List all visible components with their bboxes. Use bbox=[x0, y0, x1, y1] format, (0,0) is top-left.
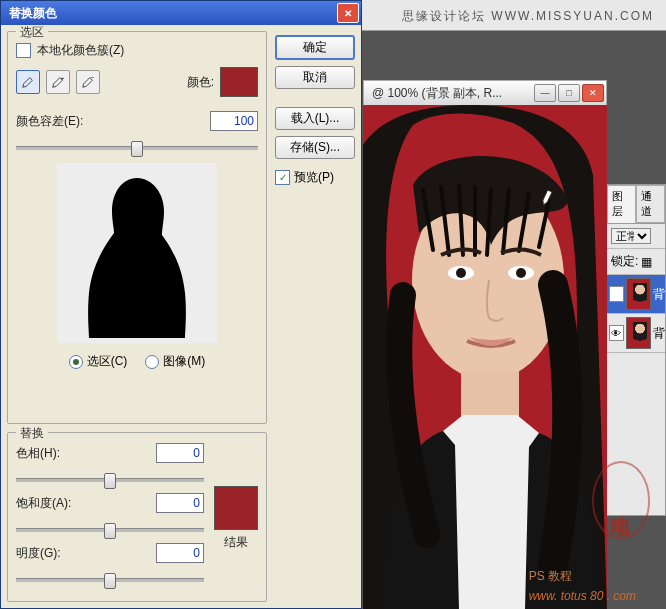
eyedropper-add-icon[interactable]: + bbox=[46, 70, 70, 94]
localized-clusters-label: 本地化颜色簇(Z) bbox=[37, 42, 124, 59]
watermark-top: 思缘设计论坛 WWW.MISSYUAN.COM bbox=[402, 8, 654, 25]
document-window: @ 100% (背景 副本, R... — □ ✕ bbox=[363, 80, 607, 609]
selection-legend: 选区 bbox=[16, 25, 48, 41]
result-label: 结果 bbox=[224, 534, 248, 551]
sample-color-swatch[interactable] bbox=[220, 67, 258, 97]
minimize-icon[interactable]: — bbox=[534, 84, 556, 102]
mask-silhouette-icon bbox=[77, 173, 197, 338]
saturation-label: 饱和度(A): bbox=[16, 495, 71, 512]
image-radio[interactable] bbox=[145, 355, 159, 369]
layer-name: 背 bbox=[653, 325, 665, 342]
dialog-titlebar[interactable]: 替换颜色 ✕ bbox=[1, 1, 361, 25]
replace-color-dialog: 替换颜色 ✕ 选区 本地化颜色簇(Z) + bbox=[0, 0, 362, 609]
color-label: 颜色: bbox=[187, 74, 214, 91]
document-titlebar[interactable]: @ 100% (背景 副本, R... — □ ✕ bbox=[363, 80, 607, 106]
visibility-icon[interactable]: 👁 bbox=[609, 286, 624, 302]
photo-content bbox=[363, 105, 607, 609]
close-icon[interactable]: ✕ bbox=[582, 84, 604, 102]
svg-point-8 bbox=[516, 268, 526, 278]
hue-slider[interactable] bbox=[16, 471, 204, 489]
lightness-input[interactable] bbox=[156, 543, 204, 563]
eyedropper-icon[interactable] bbox=[16, 70, 40, 94]
maximize-icon[interactable]: □ bbox=[558, 84, 580, 102]
preview-label: 预览(P) bbox=[294, 169, 334, 186]
lightness-slider[interactable] bbox=[16, 571, 204, 589]
replace-group: 替换 色相(H): 饱和度(A): bbox=[7, 432, 267, 602]
fuzziness-input[interactable] bbox=[210, 111, 258, 131]
visibility-icon[interactable]: 👁 bbox=[609, 325, 624, 341]
fuzziness-label: 颜色容差(E): bbox=[16, 113, 83, 130]
svg-text:+: + bbox=[61, 75, 65, 81]
lock-label: 锁定: bbox=[611, 253, 638, 270]
eyedropper-subtract-icon[interactable]: − bbox=[76, 70, 100, 94]
fuzziness-slider[interactable] bbox=[16, 139, 258, 157]
layer-row[interactable]: 👁 背 bbox=[607, 275, 665, 314]
selection-preview bbox=[57, 163, 217, 343]
preview-checkbox[interactable]: ✓ bbox=[275, 170, 290, 185]
tab-channels[interactable]: 通道 bbox=[636, 185, 665, 223]
layer-thumbnail bbox=[626, 278, 651, 310]
lightness-label: 明度(G): bbox=[16, 545, 61, 562]
lock-transparency-icon[interactable]: ▦ bbox=[641, 255, 652, 269]
cancel-button[interactable]: 取消 bbox=[275, 66, 355, 89]
svg-point-6 bbox=[456, 268, 466, 278]
document-canvas[interactable] bbox=[363, 105, 607, 609]
hue-input[interactable] bbox=[156, 443, 204, 463]
localized-clusters-checkbox[interactable] bbox=[16, 43, 31, 58]
saturation-input[interactable] bbox=[156, 493, 204, 513]
layer-row[interactable]: 👁 背 bbox=[607, 314, 665, 353]
image-radio-label: 图像(M) bbox=[163, 353, 205, 370]
selection-group: 选区 本地化颜色簇(Z) + − 颜色: bbox=[7, 31, 267, 424]
hue-label: 色相(H): bbox=[16, 445, 60, 462]
close-icon[interactable]: ✕ bbox=[337, 3, 359, 23]
selection-radio-label: 选区(C) bbox=[87, 353, 128, 370]
ok-button[interactable]: 确定 bbox=[275, 35, 355, 60]
load-button[interactable]: 载入(L)... bbox=[275, 107, 355, 130]
document-title: @ 100% (背景 副本, R... bbox=[372, 85, 502, 102]
layer-thumbnail bbox=[626, 317, 651, 349]
replace-legend: 替换 bbox=[16, 425, 48, 442]
save-button[interactable]: 存储(S)... bbox=[275, 136, 355, 159]
blend-mode-select[interactable]: 正常 bbox=[611, 228, 651, 244]
tab-layers[interactable]: 图层 bbox=[607, 185, 636, 223]
saturation-slider[interactable] bbox=[16, 521, 204, 539]
selection-radio[interactable] bbox=[69, 355, 83, 369]
dialog-title: 替换颜色 bbox=[9, 5, 57, 22]
svg-text:−: − bbox=[91, 75, 95, 81]
result-color-swatch[interactable] bbox=[214, 486, 258, 530]
layer-name: 背 bbox=[653, 286, 665, 303]
layers-panel: 图层 通道 正常 锁定: ▦ 👁 背 👁 背 bbox=[606, 184, 666, 516]
